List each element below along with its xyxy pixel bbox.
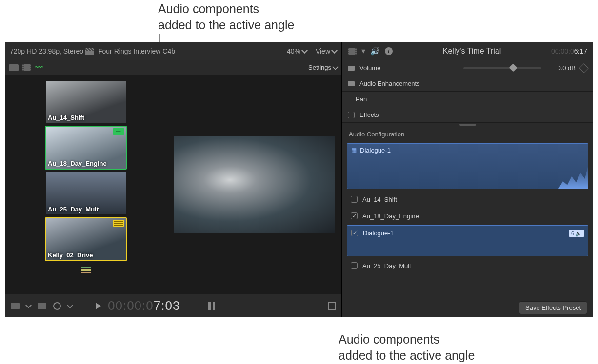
slider-thumb[interactable] [509, 63, 518, 72]
audio-active-badge-icon [113, 128, 124, 135]
annotation-top: Audio components added to the active ang… [158, 1, 294, 33]
angle-viewer-toolbar: 〰 Settings [5, 60, 341, 75]
effects-row[interactable]: Effects [342, 107, 593, 123]
component-checkbox[interactable] [351, 230, 358, 236]
app-window: 720p HD 23.98p, Stereo Four Rings Interv… [5, 42, 593, 317]
zoom-popup[interactable]: 40% [287, 47, 307, 55]
annotation-bottom: Audio components added to the active ang… [339, 331, 475, 363]
audio-component-row[interactable]: Au_25_Day_Mult [347, 258, 588, 273]
video-audio-switch-icon[interactable] [9, 64, 19, 71]
clip-name: Kelly's Time Trial [443, 47, 501, 56]
audio-component-row[interactable]: Au_14_Shift [347, 192, 588, 207]
angle-label: Au_14_Shift [48, 114, 84, 121]
pan-row[interactable]: Pan [342, 92, 593, 107]
pan-label: Pan [356, 96, 367, 103]
video-inspector-icon[interactable] [348, 48, 357, 55]
angle-thumb[interactable]: Au_18_Day_Engine [45, 126, 127, 170]
chevron-down-icon [301, 47, 308, 54]
audio-config-header: Audio Configuration [342, 127, 593, 141]
inspector-pane: ▾ 🔊 i Kelly's Time Trial 00:00:06:17 Vol… [341, 42, 593, 317]
multicam-icon: ▦ [351, 147, 357, 189]
audio-switch-icon[interactable]: 〰 [35, 63, 43, 72]
transform-tool-icon[interactable] [11, 303, 20, 309]
component-checkbox[interactable] [351, 196, 358, 203]
retime-popup-icon[interactable] [38, 303, 46, 309]
fullscreen-icon[interactable] [328, 302, 336, 310]
play-button[interactable] [96, 303, 101, 309]
volume-label: Volume [359, 64, 380, 72]
clip-duration: 00:00:06:17 [551, 47, 587, 55]
volume-value[interactable]: 0.0 dB [546, 64, 576, 72]
component-label: Dialogue-1 [363, 230, 394, 237]
chevron-down-icon [25, 302, 32, 308]
drag-handle[interactable] [342, 123, 593, 127]
audio-config-block-title: Dialogue-1 [360, 147, 391, 189]
viewer-header: 720p HD 23.98p, Stereo Four Rings Interv… [5, 42, 341, 60]
audio-inspector-icon[interactable]: 🔊 [370, 46, 380, 56]
chevron-down-icon [67, 302, 73, 308]
clapper-icon [85, 48, 94, 55]
waveform-icon [558, 164, 588, 189]
angle-label: Au_18_Day_Engine [48, 160, 107, 167]
volume-slider[interactable] [463, 67, 541, 69]
audio-component-row[interactable]: Au_18_Day_Engine [347, 209, 588, 223]
viewer-preview[interactable] [167, 75, 341, 294]
effects-checkbox[interactable] [348, 112, 355, 118]
video-switch-icon[interactable] [22, 64, 31, 71]
audio-enhancements-label: Audio Enhancements [359, 80, 420, 87]
view-popup[interactable]: View [316, 47, 337, 55]
speaker-icon: 🔈 [575, 230, 582, 237]
effects-label: Effects [359, 111, 379, 118]
angle-layout-icon[interactable] [81, 267, 91, 273]
component-checkbox[interactable] [351, 212, 358, 219]
volume-icon [348, 66, 355, 71]
timecode-display[interactable]: 00:00:07:03 [108, 298, 180, 313]
preview-image [174, 136, 335, 233]
enhancements-icon [348, 81, 355, 86]
audio-enhancements-row[interactable]: Audio Enhancements [342, 76, 593, 92]
component-label: Au_18_Day_Engine [362, 212, 419, 220]
format-label: 720p HD 23.98p, Stereo [10, 47, 83, 55]
chevron-down-icon [331, 47, 338, 54]
channel-badge[interactable]: 6🔈 [569, 230, 584, 237]
info-inspector-icon[interactable]: i [385, 47, 393, 55]
component-label: Au_25_Day_Mult [362, 262, 411, 269]
angle-label: Au_25_Day_Mult [48, 206, 99, 213]
keyframe-button[interactable] [579, 63, 589, 73]
annotation-leader-line [340, 305, 340, 329]
save-effects-preset-button[interactable]: Save Effects Preset [519, 301, 587, 314]
viewer-pane: 720p HD 23.98p, Stereo Four Rings Interv… [5, 42, 341, 317]
settings-popup[interactable]: Settings [308, 64, 338, 71]
component-checkbox[interactable] [351, 262, 358, 269]
clip-title: Four Rings Interview C4b [98, 47, 175, 55]
audio-component-row-selected[interactable]: Dialogue-1 6🔈 [347, 225, 588, 256]
audio-config-clip-block[interactable]: ▦ Dialogue-1 [347, 143, 588, 189]
volume-row: Volume 0.0 dB [342, 60, 593, 76]
chevron-down-icon [332, 64, 339, 70]
inspector-footer: Save Effects Preset [342, 298, 593, 317]
color-inspector-icon[interactable]: ▾ [361, 46, 365, 56]
inspector-header: ▾ 🔊 i Kelly's Time Trial 00:00:06:17 [342, 42, 593, 60]
angle-thumb[interactable]: Au_25_Day_Mult [45, 172, 127, 215]
transport-bar: 00:00:07:03 [5, 294, 341, 317]
angle-thumb[interactable]: Kelly_02_Drive [45, 217, 127, 261]
video-active-badge-icon [113, 220, 124, 227]
speed-gauge-icon[interactable] [53, 302, 61, 310]
angle-thumb[interactable]: Au_14_Shift [45, 80, 127, 124]
audio-meter-icon [208, 302, 215, 310]
angle-label: Kelly_02_Drive [48, 251, 93, 259]
component-label: Au_14_Shift [362, 196, 397, 203]
angle-list: Au_14_Shift Au_18_Day_Engine Au_25_Day_M… [5, 75, 167, 294]
